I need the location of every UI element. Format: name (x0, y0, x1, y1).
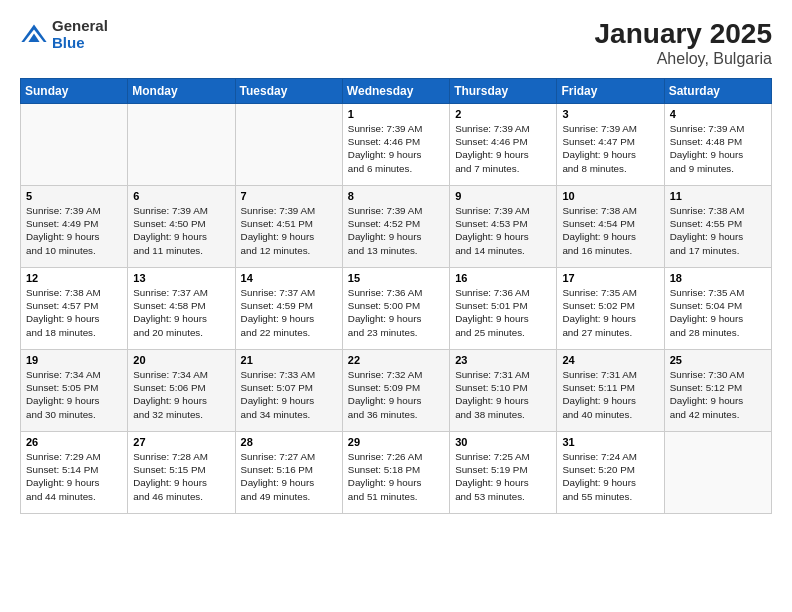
day-detail: Sunrise: 7:39 AMSunset: 4:53 PMDaylight:… (455, 204, 551, 257)
header: General Blue January 2025 Aheloy, Bulgar… (20, 18, 772, 68)
day-number: 8 (348, 190, 444, 202)
empty-day (664, 432, 771, 514)
day-detail: Sunrise: 7:36 AMSunset: 5:01 PMDaylight:… (455, 286, 551, 339)
calendar-day-26: 26Sunrise: 7:29 AMSunset: 5:14 PMDayligh… (21, 432, 128, 514)
day-number: 26 (26, 436, 122, 448)
calendar-day-29: 29Sunrise: 7:26 AMSunset: 5:18 PMDayligh… (342, 432, 449, 514)
day-detail: Sunrise: 7:31 AMSunset: 5:10 PMDaylight:… (455, 368, 551, 421)
day-detail: Sunrise: 7:39 AMSunset: 4:52 PMDaylight:… (348, 204, 444, 257)
day-header-tuesday: Tuesday (235, 79, 342, 104)
calendar-day-14: 14Sunrise: 7:37 AMSunset: 4:59 PMDayligh… (235, 268, 342, 350)
calendar-day-5: 5Sunrise: 7:39 AMSunset: 4:49 PMDaylight… (21, 186, 128, 268)
calendar-day-4: 4Sunrise: 7:39 AMSunset: 4:48 PMDaylight… (664, 104, 771, 186)
day-header-sunday: Sunday (21, 79, 128, 104)
day-number: 28 (241, 436, 337, 448)
day-number: 2 (455, 108, 551, 120)
day-number: 20 (133, 354, 229, 366)
day-number: 27 (133, 436, 229, 448)
empty-day (128, 104, 235, 186)
empty-day (21, 104, 128, 186)
calendar-day-19: 19Sunrise: 7:34 AMSunset: 5:05 PMDayligh… (21, 350, 128, 432)
calendar-day-27: 27Sunrise: 7:28 AMSunset: 5:15 PMDayligh… (128, 432, 235, 514)
calendar-day-18: 18Sunrise: 7:35 AMSunset: 5:04 PMDayligh… (664, 268, 771, 350)
day-detail: Sunrise: 7:33 AMSunset: 5:07 PMDaylight:… (241, 368, 337, 421)
day-detail: Sunrise: 7:39 AMSunset: 4:46 PMDaylight:… (455, 122, 551, 175)
day-detail: Sunrise: 7:32 AMSunset: 5:09 PMDaylight:… (348, 368, 444, 421)
calendar-week-row: 5Sunrise: 7:39 AMSunset: 4:49 PMDaylight… (21, 186, 772, 268)
calendar-day-8: 8Sunrise: 7:39 AMSunset: 4:52 PMDaylight… (342, 186, 449, 268)
calendar-subtitle: Aheloy, Bulgaria (595, 50, 772, 68)
day-header-saturday: Saturday (664, 79, 771, 104)
day-detail: Sunrise: 7:36 AMSunset: 5:00 PMDaylight:… (348, 286, 444, 339)
day-number: 7 (241, 190, 337, 202)
day-detail: Sunrise: 7:27 AMSunset: 5:16 PMDaylight:… (241, 450, 337, 503)
day-number: 24 (562, 354, 658, 366)
calendar-day-1: 1Sunrise: 7:39 AMSunset: 4:46 PMDaylight… (342, 104, 449, 186)
day-detail: Sunrise: 7:39 AMSunset: 4:47 PMDaylight:… (562, 122, 658, 175)
calendar-week-row: 26Sunrise: 7:29 AMSunset: 5:14 PMDayligh… (21, 432, 772, 514)
day-number: 15 (348, 272, 444, 284)
day-detail: Sunrise: 7:29 AMSunset: 5:14 PMDaylight:… (26, 450, 122, 503)
calendar-day-7: 7Sunrise: 7:39 AMSunset: 4:51 PMDaylight… (235, 186, 342, 268)
day-number: 4 (670, 108, 766, 120)
calendar-day-21: 21Sunrise: 7:33 AMSunset: 5:07 PMDayligh… (235, 350, 342, 432)
day-detail: Sunrise: 7:35 AMSunset: 5:02 PMDaylight:… (562, 286, 658, 339)
calendar-table: SundayMondayTuesdayWednesdayThursdayFrid… (20, 78, 772, 514)
calendar-day-9: 9Sunrise: 7:39 AMSunset: 4:53 PMDaylight… (450, 186, 557, 268)
day-detail: Sunrise: 7:34 AMSunset: 5:06 PMDaylight:… (133, 368, 229, 421)
day-number: 13 (133, 272, 229, 284)
calendar-title: January 2025 (595, 18, 772, 50)
day-detail: Sunrise: 7:39 AMSunset: 4:46 PMDaylight:… (348, 122, 444, 175)
day-number: 19 (26, 354, 122, 366)
day-number: 23 (455, 354, 551, 366)
day-detail: Sunrise: 7:39 AMSunset: 4:50 PMDaylight:… (133, 204, 229, 257)
day-detail: Sunrise: 7:39 AMSunset: 4:48 PMDaylight:… (670, 122, 766, 175)
logo-icon (20, 21, 48, 49)
day-number: 5 (26, 190, 122, 202)
calendar-week-row: 1Sunrise: 7:39 AMSunset: 4:46 PMDaylight… (21, 104, 772, 186)
day-detail: Sunrise: 7:31 AMSunset: 5:11 PMDaylight:… (562, 368, 658, 421)
calendar-day-30: 30Sunrise: 7:25 AMSunset: 5:19 PMDayligh… (450, 432, 557, 514)
day-detail: Sunrise: 7:37 AMSunset: 4:58 PMDaylight:… (133, 286, 229, 339)
logo-general: General (52, 18, 108, 35)
calendar-week-row: 12Sunrise: 7:38 AMSunset: 4:57 PMDayligh… (21, 268, 772, 350)
calendar-day-28: 28Sunrise: 7:27 AMSunset: 5:16 PMDayligh… (235, 432, 342, 514)
day-number: 16 (455, 272, 551, 284)
empty-day (235, 104, 342, 186)
calendar-day-16: 16Sunrise: 7:36 AMSunset: 5:01 PMDayligh… (450, 268, 557, 350)
day-number: 25 (670, 354, 766, 366)
day-number: 18 (670, 272, 766, 284)
day-number: 10 (562, 190, 658, 202)
calendar-day-20: 20Sunrise: 7:34 AMSunset: 5:06 PMDayligh… (128, 350, 235, 432)
day-detail: Sunrise: 7:38 AMSunset: 4:57 PMDaylight:… (26, 286, 122, 339)
day-detail: Sunrise: 7:37 AMSunset: 4:59 PMDaylight:… (241, 286, 337, 339)
day-detail: Sunrise: 7:38 AMSunset: 4:55 PMDaylight:… (670, 204, 766, 257)
calendar-day-17: 17Sunrise: 7:35 AMSunset: 5:02 PMDayligh… (557, 268, 664, 350)
day-number: 29 (348, 436, 444, 448)
day-number: 1 (348, 108, 444, 120)
page: General Blue January 2025 Aheloy, Bulgar… (0, 0, 792, 612)
day-detail: Sunrise: 7:39 AMSunset: 4:51 PMDaylight:… (241, 204, 337, 257)
calendar-day-6: 6Sunrise: 7:39 AMSunset: 4:50 PMDaylight… (128, 186, 235, 268)
calendar-day-10: 10Sunrise: 7:38 AMSunset: 4:54 PMDayligh… (557, 186, 664, 268)
calendar-day-2: 2Sunrise: 7:39 AMSunset: 4:46 PMDaylight… (450, 104, 557, 186)
calendar-day-13: 13Sunrise: 7:37 AMSunset: 4:58 PMDayligh… (128, 268, 235, 350)
day-detail: Sunrise: 7:24 AMSunset: 5:20 PMDaylight:… (562, 450, 658, 503)
day-detail: Sunrise: 7:39 AMSunset: 4:49 PMDaylight:… (26, 204, 122, 257)
day-number: 31 (562, 436, 658, 448)
calendar-day-24: 24Sunrise: 7:31 AMSunset: 5:11 PMDayligh… (557, 350, 664, 432)
logo-blue: Blue (52, 35, 108, 52)
calendar-day-22: 22Sunrise: 7:32 AMSunset: 5:09 PMDayligh… (342, 350, 449, 432)
calendar-header-row: SundayMondayTuesdayWednesdayThursdayFrid… (21, 79, 772, 104)
day-header-wednesday: Wednesday (342, 79, 449, 104)
calendar-day-11: 11Sunrise: 7:38 AMSunset: 4:55 PMDayligh… (664, 186, 771, 268)
day-header-friday: Friday (557, 79, 664, 104)
title-block: January 2025 Aheloy, Bulgaria (595, 18, 772, 68)
calendar-day-15: 15Sunrise: 7:36 AMSunset: 5:00 PMDayligh… (342, 268, 449, 350)
day-detail: Sunrise: 7:35 AMSunset: 5:04 PMDaylight:… (670, 286, 766, 339)
calendar-day-31: 31Sunrise: 7:24 AMSunset: 5:20 PMDayligh… (557, 432, 664, 514)
calendar-day-12: 12Sunrise: 7:38 AMSunset: 4:57 PMDayligh… (21, 268, 128, 350)
logo-text: General Blue (52, 18, 108, 51)
day-number: 9 (455, 190, 551, 202)
day-number: 12 (26, 272, 122, 284)
